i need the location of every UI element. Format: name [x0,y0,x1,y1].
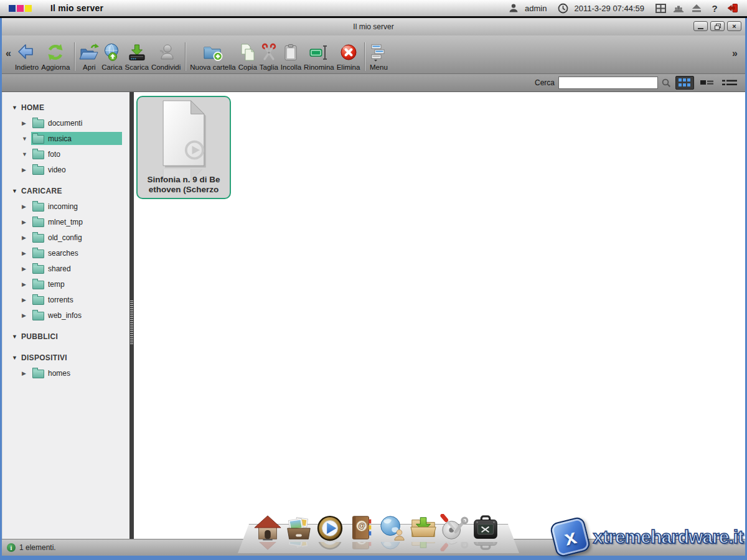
icon-reflection [316,542,344,551]
file-name: Sinfonia n. 9 di Be ethoven (Scherzo [139,175,228,195]
chevron-right-icon[interactable]: ▶ [22,219,31,225]
toolbar-button-scarica[interactable]: Scarica [124,40,150,72]
dock-network-users-icon[interactable] [378,514,406,543]
folder-icon [32,203,44,212]
sidebar-item-incoming[interactable]: ▶ incoming [2,198,129,214]
watermark-text: xtremehardware.it [593,526,743,548]
toolbar-separator [74,42,75,71]
sidebar-section-dispositivi[interactable]: ▼ DISPOSITIVI [2,350,129,365]
delete-icon [339,40,358,63]
toolbar-button-nuova-cartella[interactable]: Nuova cartella [189,40,237,72]
chevron-down-icon[interactable]: ▼ [22,151,31,157]
folder-icon [32,312,44,320]
sidebar-item-video[interactable]: ▶ video [2,162,129,177]
toolbar-button-taglia[interactable]: Taglia [258,40,280,72]
toolbar-button-carica[interactable]: Carica [100,40,123,72]
toolbar-button-aggiorna[interactable]: Aggiorna [40,40,71,72]
toolbar-button-menu[interactable]: Menu [368,40,389,72]
toolbar-button-condividi[interactable]: Condividi [150,40,182,72]
icon-reflection [253,542,282,551]
file-tile-selected[interactable]: Sinfonia n. 9 di Be ethoven (Scherzo [136,96,231,199]
sidebar-item-torrents[interactable]: ▶ torrents [2,292,129,307]
view-details-button[interactable] [720,76,739,90]
copy-icon [238,40,257,63]
dock-contacts-icon[interactable]: @ @ [347,514,375,543]
chevron-right-icon[interactable]: ▶ [22,281,31,287]
minimize-button[interactable] [693,21,708,31]
sidebar-section-caricare[interactable]: ▼ CARICARE [2,183,129,198]
icon-reflection [440,542,469,551]
dock-toolbox-icon[interactable] [471,514,500,543]
sidebar-item-homes[interactable]: ▶ homes [2,365,129,381]
toolbar-button-elimina[interactable]: Elimina [336,40,362,72]
restore-button[interactable] [710,21,725,31]
toolbar-button-copia[interactable]: Copia [237,40,258,72]
dock-downloads-icon[interactable] [409,514,438,543]
help-icon[interactable]: ? [708,3,721,14]
sidebar-item-musica[interactable]: ▼ musica [2,131,129,146]
sidebar-section-pubblici[interactable]: ▼ PUBBLICI [2,329,129,344]
expand-toolbar-chevron[interactable]: » [730,48,740,59]
chevron-down-icon[interactable]: ▼ [12,355,21,361]
document-icon [138,100,230,172]
status-text: 1 elementi. [19,543,56,552]
chevron-down-icon[interactable]: ▼ [22,136,31,142]
user-icon [507,3,520,13]
dock-photos-icon[interactable] [284,514,313,543]
window-grid-icon[interactable] [654,4,667,13]
search-icon[interactable] [662,78,672,88]
sidebar-item-foto[interactable]: ▼ foto [2,146,129,162]
toolbar-button-rinomina[interactable]: Rinomina [303,40,336,72]
collapse-toolbar-chevron[interactable]: « [3,48,14,59]
folder-icon [32,166,44,175]
dock-media-player-icon[interactable] [316,514,344,543]
window-titlebar[interactable]: Il mio server × [2,18,745,35]
sidebar-item-web-infos[interactable]: ▶ web_infos [2,307,129,323]
sidebar-item-documenti[interactable]: ▶ documenti [2,115,129,131]
scissors-icon [260,40,278,63]
toolbar-button-incolla[interactable]: Incolla [280,40,303,72]
eject-icon[interactable] [690,4,703,12]
sidebar-section-home[interactable]: ▼ HOME [2,100,129,115]
folder-icon [32,234,44,243]
watermark-x-badge-icon: x [549,516,591,558]
view-list-button[interactable] [698,76,716,90]
clipboard-icon [281,40,300,63]
toolbar-button-apri[interactable]: Apri [78,40,100,72]
chevron-right-icon[interactable]: ▶ [22,297,31,303]
chevron-right-icon[interactable]: ▶ [22,203,31,210]
logo-square-magenta [17,5,24,12]
chevron-down-icon[interactable]: ▼ [12,334,21,340]
chevron-right-icon[interactable]: ▶ [22,167,31,173]
chevron-right-icon[interactable]: ▶ [22,120,31,126]
sidebar-splitter[interactable] [129,92,134,539]
sidebar-item-old-config[interactable]: ▶ old_config [2,230,129,245]
folder-icon [32,281,44,289]
share-icon [157,40,176,63]
screen: Il mio server admin 2011-3-29 07:44:59 ? [0,0,747,560]
dock-home-icon[interactable] [253,514,282,543]
sidebar-item-searches[interactable]: ▶ searches [2,245,129,261]
chevron-down-icon[interactable]: ▼ [12,105,21,111]
podium-icon[interactable] [672,4,685,13]
chevron-right-icon[interactable]: ▶ [22,370,31,376]
chevron-right-icon[interactable]: ▶ [22,235,31,241]
chevron-down-icon[interactable]: ▼ [12,188,21,194]
file-view[interactable]: Sinfonia n. 9 di Be ethoven (Scherzo [134,92,745,539]
view-thumbnails-button[interactable] [675,76,694,90]
content-area: ▼ HOME ▶ documenti ▼ musica ▼ foto ▶ v [2,92,745,539]
icon-reflection [284,542,313,551]
sidebar-item-shared[interactable]: ▶ shared [2,261,129,276]
dock-disk-utility-icon[interactable] [440,514,469,543]
close-button[interactable]: × [727,21,741,31]
toolbar-button-indietro[interactable]: Indietro [14,40,40,72]
search-input[interactable] [558,77,658,89]
splitter-grip[interactable] [130,301,133,345]
logout-icon[interactable] [726,3,740,13]
chevron-right-icon[interactable]: ▶ [22,266,31,272]
sidebar-item-mlnet-tmp[interactable]: ▶ mlnet_tmp [2,214,129,230]
toolbar: « Indietro Aggiorna Apri Carica Scarica [2,35,745,73]
chevron-right-icon[interactable]: ▶ [22,312,31,319]
chevron-right-icon[interactable]: ▶ [22,250,31,256]
sidebar-item-temp[interactable]: ▶ temp [2,276,129,292]
